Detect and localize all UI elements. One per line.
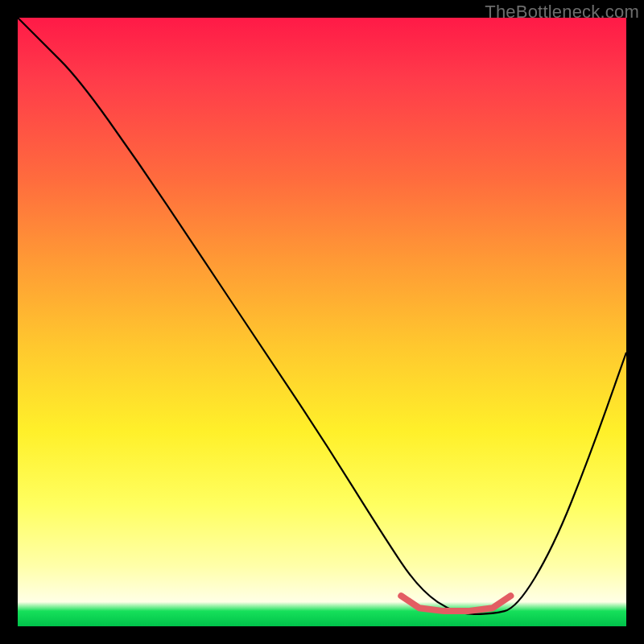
plot-frame xyxy=(18,18,626,626)
plot-background-gradient xyxy=(18,18,626,626)
